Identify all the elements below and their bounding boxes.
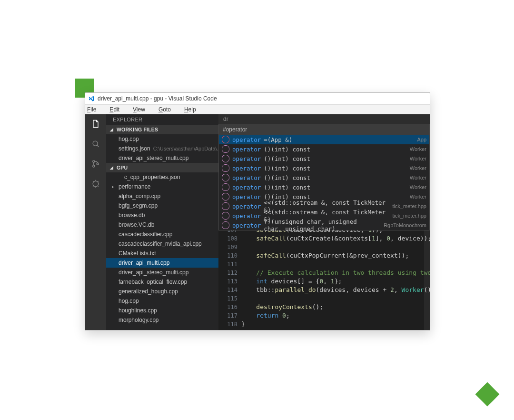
method-icon	[222, 136, 229, 143]
method-icon	[222, 174, 229, 181]
working-file[interactable]: settings.jsonC:\Users\aasthan\AppData\..…	[106, 144, 218, 153]
suggest-item[interactable]: operator()(unsigned char, unsigned char,…	[219, 220, 429, 230]
folder-item[interactable]: ▸performance	[106, 182, 218, 191]
menu-help[interactable]: Help	[184, 106, 203, 113]
file-item[interactable]: c_cpp_properties.json	[106, 172, 218, 182]
title-bar[interactable]: driver_api_multi.cpp - gpu - Visual Stud…	[85, 93, 430, 105]
vscode-window: driver_api_multi.cpp - gpu - Visual Stud…	[85, 92, 430, 330]
suggest-item[interactable]: operator=(App &)App	[219, 135, 429, 144]
method-icon	[222, 212, 229, 220]
file-item[interactable]: morphology.cpp	[106, 315, 218, 325]
suggest-item[interactable]: operator()(int) constWorker	[219, 154, 429, 163]
method-icon	[222, 155, 229, 162]
method-icon	[222, 145, 229, 153]
intellisense-popup[interactable]: #operator operator=(App &)Appoperator()(…	[218, 124, 430, 230]
file-item[interactable]: generalized_hough.cpp	[106, 287, 218, 296]
source-control-icon[interactable]	[90, 158, 101, 170]
file-item[interactable]: hog.cpp	[106, 296, 218, 306]
file-item[interactable]: cascadeclassifier_nvidia_api.cpp	[106, 239, 218, 249]
explorer-panel: EXPLORER ◢WORKING FILES hog.cppsettings.…	[106, 114, 218, 330]
decoration-diamond	[475, 382, 500, 407]
svg-point-1	[93, 160, 95, 162]
file-item[interactable]: driver_api_stereo_multi.cpp	[106, 268, 218, 277]
vscode-icon	[88, 95, 95, 102]
svg-point-0	[93, 141, 98, 146]
working-files-header[interactable]: ◢WORKING FILES	[106, 125, 218, 134]
suggest-item[interactable]: operator()(int) constWorker	[219, 182, 429, 192]
svg-point-2	[93, 165, 95, 167]
editor[interactable]: dr 1071081091101111121131141151161171181…	[218, 114, 430, 330]
suggest-item[interactable]: operator()(int) constWorker	[219, 173, 429, 182]
intellisense-filter[interactable]: #operator	[219, 124, 429, 135]
file-item[interactable]: cascadeclassifier.cpp	[106, 230, 218, 239]
explorer-icon[interactable]	[90, 118, 101, 130]
debug-icon[interactable]	[90, 178, 101, 190]
activity-bar	[85, 114, 106, 330]
working-file[interactable]: driver_api_stereo_multi.cpp	[106, 153, 218, 163]
method-icon	[222, 202, 229, 210]
method-icon	[222, 183, 229, 191]
method-icon	[222, 164, 229, 172]
explorer-title: EXPLORER	[106, 114, 218, 125]
menu-view[interactable]: View	[133, 106, 152, 113]
suggest-item[interactable]: operator()(int) constWorker	[219, 163, 429, 173]
method-icon	[222, 193, 229, 200]
menu-goto[interactable]: Goto	[158, 106, 178, 113]
file-item[interactable]: driver_api_multi.cpp	[106, 258, 218, 268]
suggest-item[interactable]: operator()(int) constWorker	[219, 144, 429, 154]
file-item[interactable]: CMakeLists.txt	[106, 249, 218, 258]
window-title: driver_api_multi.cpp - gpu - Visual Stud…	[98, 95, 217, 102]
file-item[interactable]: browse.db	[106, 210, 218, 220]
file-item[interactable]: farneback_optical_flow.cpp	[106, 277, 218, 287]
project-header[interactable]: ◢GPU	[106, 163, 218, 172]
svg-point-4	[93, 181, 99, 187]
menu-edit[interactable]: Edit	[109, 106, 126, 113]
search-icon[interactable]	[90, 138, 101, 150]
file-item[interactable]: houghlines.cpp	[106, 306, 218, 315]
file-item[interactable]: browse.VC.db	[106, 220, 218, 230]
menu-file[interactable]: File	[87, 106, 103, 113]
method-icon	[222, 221, 229, 229]
menu-bar: File Edit View Goto Help	[85, 105, 430, 114]
file-item[interactable]: alpha_comp.cpp	[106, 191, 218, 201]
editor-tab-fragment[interactable]: dr	[218, 114, 430, 124]
working-file[interactable]: hog.cpp	[106, 134, 218, 144]
file-item[interactable]: bgfg_segm.cpp	[106, 201, 218, 210]
